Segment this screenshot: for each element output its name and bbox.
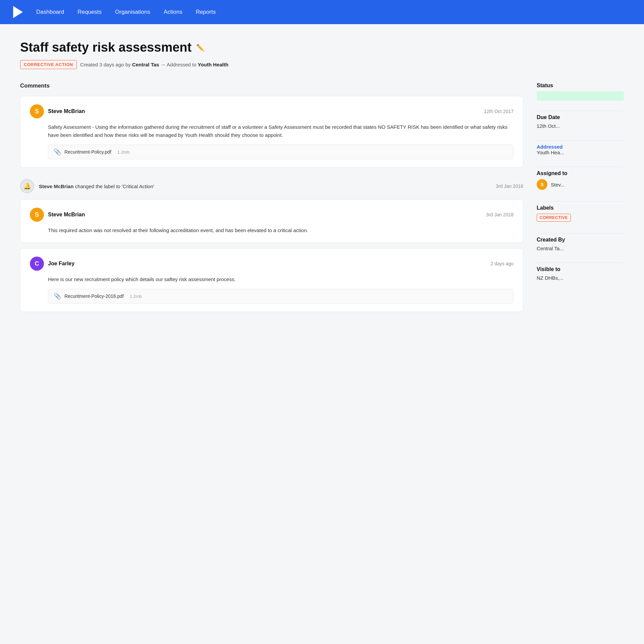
sidebar-created-by-value: Central Ta...: [537, 246, 624, 251]
comment-header: C Joe Farley 2 days ago: [30, 257, 514, 271]
sidebar-status-section: Status: [537, 83, 624, 101]
activity-icon: 🔔: [20, 179, 34, 193]
nav-requests[interactable]: Requests: [77, 9, 102, 15]
sidebar-divider: [537, 140, 624, 141]
addressed-to-link[interactable]: Youth Health: [198, 62, 228, 67]
nav-dashboard[interactable]: Dashboard: [36, 9, 64, 15]
comment-header: S Steve McBrian 12th Oct 2017: [30, 104, 514, 118]
attachment-size: 1.2mb: [117, 150, 129, 155]
comment-date: 12th Oct 2017: [484, 109, 514, 114]
title-row: Staff safety risk assessment ✏️: [20, 40, 624, 55]
sidebar-addressed-label[interactable]: Addressed: [537, 144, 624, 150]
corrective-action-badge: CORRECTIVE ACTION: [20, 60, 77, 69]
sidebar-assigned-label: Assigned to: [537, 170, 624, 176]
comment-body: Safety Assessment - Using the informatio…: [48, 123, 514, 139]
logo-icon[interactable]: [11, 6, 23, 18]
sidebar-divider: [537, 233, 624, 233]
attachment-name: Recuritment-Policy-2018.pdf: [64, 293, 124, 299]
sidebar-divider: [537, 167, 624, 167]
left-column: Comments S Steve McBrian 12th Oct 2017 S…: [20, 83, 523, 317]
sidebar-visible-to-section: Visible to NZ DHBs,...: [537, 266, 624, 281]
nav-actions[interactable]: Actions: [164, 9, 182, 15]
comment-header: S Steve McBrian 3rd Jan 2018: [30, 208, 514, 222]
paperclip-icon: 📎: [54, 148, 61, 156]
comment-date: 2 days ago: [491, 261, 514, 266]
attachment[interactable]: 📎 Recuritment-Policy.pdf 1.2mb: [48, 145, 514, 159]
sidebar-label-badge: CORRECTIVE: [537, 214, 571, 222]
comment-author-row: S Steve McBrian: [30, 104, 85, 118]
nav-organisations[interactable]: Organisations: [115, 9, 150, 15]
comment-author-name: Steve McBrian: [48, 212, 85, 218]
assigned-name: Stev...: [551, 182, 565, 187]
assigned-row: S Stev...: [537, 179, 624, 190]
attachment[interactable]: 📎 Recuritment-Policy-2018.pdf 1.2mb: [48, 289, 514, 304]
activity-action: changed the label to 'Critical Action': [75, 183, 154, 189]
avatar: S: [30, 104, 44, 118]
sidebar-created-by-section: Created By Central Ta...: [537, 237, 624, 251]
comment-date: 3rd Jan 2018: [486, 212, 514, 217]
activity-date: 3rd Jan 2018: [496, 183, 523, 189]
comment-author-name: Steve McBrian: [48, 108, 85, 114]
arrow-icon: →: [161, 62, 167, 67]
sidebar-labels-label: Labels: [537, 205, 624, 211]
sidebar-divider: [537, 111, 624, 111]
comments-section-label: Comments: [20, 83, 523, 89]
sidebar-due-date-value: 12th Oct...: [537, 123, 624, 129]
attachment-size: 1.2mb: [130, 294, 142, 299]
attachment-name: Recuritment-Policy.pdf: [64, 149, 111, 155]
avatar: S: [30, 208, 44, 222]
created-by-name: Central Tas: [132, 62, 159, 67]
avatar: C: [30, 257, 44, 271]
comment-author-row: C Joe Farley: [30, 257, 74, 271]
activity-text: Steve McBrian changed the label to 'Crit…: [39, 183, 491, 189]
sidebar-status-label: Status: [537, 83, 624, 89]
sidebar-divider: [537, 201, 624, 202]
paperclip-icon: 📎: [54, 292, 61, 300]
activity-actor: Steve McBrian: [39, 183, 73, 189]
sidebar-visible-to-value: NZ DHBs,...: [537, 275, 624, 281]
right-sidebar: Status Due Date 12th Oct... Addressed Yo…: [537, 83, 624, 289]
sidebar-addressed-section: Addressed Youth Hea...: [537, 144, 624, 155]
edit-icon[interactable]: ✏️: [196, 44, 205, 52]
status-bar: [537, 91, 624, 101]
comment-card: C Joe Farley 2 days ago Here is our new …: [20, 248, 523, 312]
sidebar-assigned-section: Assigned to S Stev...: [537, 170, 624, 190]
sidebar-addressed-value: Youth Hea...: [537, 150, 624, 155]
sidebar-divider: [537, 263, 624, 263]
comment-card: S Steve McBrian 12th Oct 2017 Safety Ass…: [20, 96, 523, 168]
comment-body: This required action was not resolved at…: [48, 226, 514, 234]
page-title: Staff safety risk assessment: [20, 40, 192, 55]
comment-author-name: Joe Farley: [48, 261, 74, 267]
nav-links: Dashboard Requests Organisations Actions…: [36, 9, 216, 15]
sidebar-visible-to-label: Visible to: [537, 266, 624, 272]
nav-reports[interactable]: Reports: [196, 9, 216, 15]
main-layout: Comments S Steve McBrian 12th Oct 2017 S…: [20, 83, 624, 317]
comment-body: Here is our new recruitment policy which…: [48, 275, 514, 283]
sidebar-due-date-label: Due Date: [537, 114, 624, 120]
comment-card: S Steve McBrian 3rd Jan 2018 This requir…: [20, 199, 523, 243]
subtitle-text: Created 3 days ago by Central Tas → Addr…: [80, 62, 228, 67]
activity-item: 🔔 Steve McBrian changed the label to 'Cr…: [20, 173, 523, 199]
sidebar-due-date-section: Due Date 12th Oct...: [537, 114, 624, 129]
sidebar-created-by-label: Created By: [537, 237, 624, 243]
subtitle-row: CORRECTIVE ACTION Created 3 days ago by …: [20, 60, 624, 69]
comment-author-row: S Steve McBrian: [30, 208, 85, 222]
navbar: Dashboard Requests Organisations Actions…: [0, 0, 644, 24]
sidebar-labels-section: Labels CORRECTIVE: [537, 205, 624, 222]
page-content: Staff safety risk assessment ✏️ CORRECTI…: [0, 24, 644, 331]
assigned-avatar: S: [537, 179, 547, 190]
